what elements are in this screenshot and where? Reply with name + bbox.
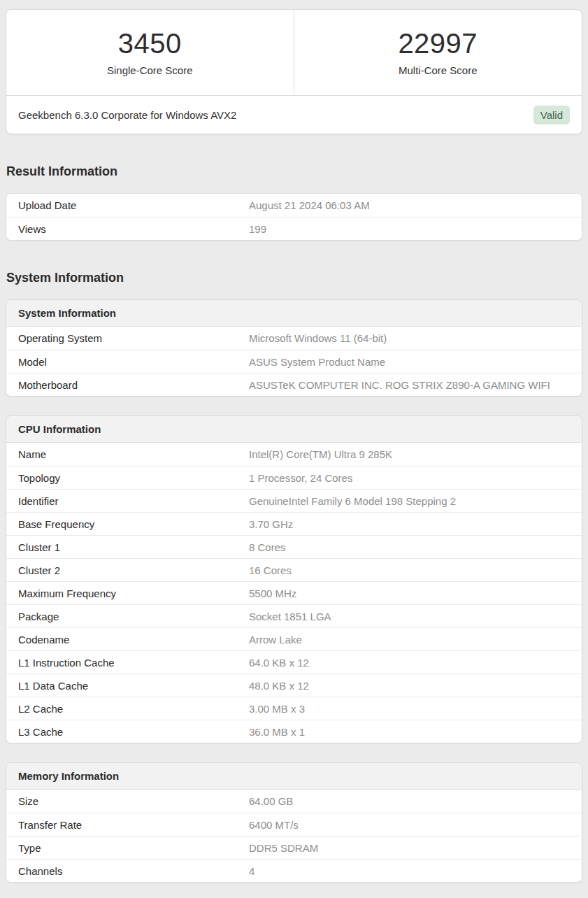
score-summary-card: 3450 Single-Core Score 22997 Multi-Core … — [6, 9, 582, 134]
row-label: L2 Cache — [18, 703, 249, 715]
row-label: Views — [18, 223, 249, 235]
cpu-information-card-title: CPU Information — [6, 416, 582, 443]
table-row: NameIntel(R) Core(TM) Ultra 9 285K — [6, 443, 582, 466]
row-label: Cluster 2 — [18, 564, 249, 576]
geekbench-result-page: 3450 Single-Core Score 22997 Multi-Core … — [0, 0, 588, 898]
table-row: Transfer Rate6400 MT/s — [6, 813, 582, 836]
row-value: 199 — [249, 223, 570, 235]
row-value: 3.70 GHz — [249, 518, 570, 530]
memory-information-table: Size64.00 GBTransfer Rate6400 MT/sTypeDD… — [6, 790, 582, 882]
row-label: Topology — [18, 472, 249, 484]
row-value: 6400 MT/s — [249, 819, 570, 831]
row-label: Upload Date — [18, 199, 249, 211]
table-row: L1 Instruction Cache64.0 KB x 12 — [6, 650, 582, 674]
row-value: 8 Cores — [249, 541, 570, 553]
table-row: L3 Cache36.0 MB x 1 — [6, 720, 582, 743]
row-label: Codename — [18, 634, 249, 646]
table-row: TypeDDR5 SDRAM — [6, 836, 582, 859]
row-value: 36.0 MB x 1 — [249, 726, 570, 738]
row-label: Base Frequency — [18, 518, 249, 530]
table-row: Operating SystemMicrosoft Windows 11 (64… — [6, 327, 582, 350]
row-label: Transfer Rate — [18, 819, 249, 831]
row-value: Microsoft Windows 11 (64-bit) — [249, 332, 570, 344]
row-label: Cluster 1 — [18, 541, 249, 553]
row-label: Operating System — [18, 332, 249, 344]
row-value: 16 Cores — [249, 564, 570, 576]
memory-information-card-title: Memory Information — [6, 763, 582, 790]
row-value: 1 Processor, 24 Cores — [249, 472, 570, 484]
row-label: Identifier — [18, 495, 249, 507]
row-value: 4 — [249, 865, 570, 877]
row-label: Size — [18, 795, 249, 807]
multi-core-score-value: 22997 — [398, 29, 478, 57]
row-value: ASUSTeK COMPUTER INC. ROG STRIX Z890-A G… — [249, 379, 570, 391]
memory-information-card: Memory Information Size64.00 GBTransfer … — [6, 762, 582, 883]
row-value: 64.0 KB x 12 — [249, 657, 570, 669]
table-row: Base Frequency3.70 GHz — [6, 512, 582, 535]
table-row: Upload DateAugust 21 2024 06:03 AM — [6, 194, 582, 217]
table-row: CodenameArrow Lake — [6, 627, 582, 650]
table-row: Maximum Frequency5500 MHz — [6, 581, 582, 604]
row-label: Channels — [18, 865, 249, 877]
table-row: PackageSocket 1851 LGA — [6, 604, 582, 627]
table-row: L2 Cache3.00 MB x 3 — [6, 697, 582, 720]
row-label: L1 Instruction Cache — [18, 657, 249, 669]
result-information-table: Upload DateAugust 21 2024 06:03 AMViews1… — [6, 194, 582, 240]
row-label: L3 Cache — [18, 726, 249, 738]
row-value: 3.00 MB x 3 — [249, 703, 570, 715]
row-value: GenuineIntel Family 6 Model 198 Stepping… — [249, 495, 570, 507]
table-row: ModelASUS System Product Name — [6, 350, 582, 373]
benchmark-version-row: Geekbench 6.3.0 Corporate for Windows AV… — [6, 95, 582, 134]
table-row: Channels4 — [6, 859, 582, 882]
row-label: Maximum Frequency — [18, 587, 249, 599]
row-value: Socket 1851 LGA — [249, 611, 570, 622]
single-core-score-value: 3450 — [118, 29, 182, 57]
score-section: 3450 Single-Core Score 22997 Multi-Core … — [6, 10, 582, 95]
system-information-card: System Information Operating SystemMicro… — [6, 299, 582, 397]
row-label: Model — [18, 356, 249, 368]
row-label: Type — [18, 842, 249, 854]
row-label: L1 Data Cache — [18, 680, 249, 692]
table-row: MotherboardASUSTeK COMPUTER INC. ROG STR… — [6, 373, 582, 396]
system-information-table: Operating SystemMicrosoft Windows 11 (64… — [6, 327, 582, 396]
row-value: 5500 MHz — [249, 587, 570, 599]
single-core-score-cell: 3450 Single-Core Score — [6, 10, 294, 95]
row-value: August 21 2024 06:03 AM — [249, 199, 570, 211]
cpu-information-table: NameIntel(R) Core(TM) Ultra 9 285KTopolo… — [6, 443, 582, 743]
system-information-heading: System Information — [6, 271, 582, 285]
table-row: IdentifierGenuineIntel Family 6 Model 19… — [6, 489, 582, 512]
table-row: Topology1 Processor, 24 Cores — [6, 466, 582, 489]
result-information-card: Upload DateAugust 21 2024 06:03 AMViews1… — [6, 193, 582, 241]
row-value: 48.0 KB x 12 — [249, 680, 570, 692]
cpu-information-card: CPU Information NameIntel(R) Core(TM) Ul… — [6, 415, 582, 743]
result-information-heading: Result Information — [6, 164, 582, 179]
table-row: Cluster 216 Cores — [6, 558, 582, 581]
row-label: Motherboard — [18, 379, 249, 391]
row-value: 64.00 GB — [249, 795, 570, 807]
table-row: Size64.00 GB — [6, 790, 582, 813]
table-row: L1 Data Cache48.0 KB x 12 — [6, 674, 582, 697]
row-value: Arrow Lake — [249, 634, 570, 646]
table-row: Views199 — [6, 217, 582, 240]
multi-core-score-label: Multi-Core Score — [399, 64, 478, 76]
row-value: ASUS System Product Name — [249, 356, 570, 368]
row-value: DDR5 SDRAM — [249, 842, 570, 854]
table-row: Cluster 18 Cores — [6, 535, 582, 558]
benchmark-version-label: Geekbench 6.3.0 Corporate for Windows AV… — [18, 109, 236, 121]
row-value: Intel(R) Core(TM) Ultra 9 285K — [249, 448, 570, 460]
multi-core-score-cell: 22997 Multi-Core Score — [294, 10, 582, 95]
row-label: Package — [18, 611, 249, 622]
valid-status-badge: Valid — [533, 106, 570, 124]
single-core-score-label: Single-Core Score — [107, 64, 193, 76]
system-information-card-title: System Information — [6, 300, 582, 327]
row-label: Name — [18, 448, 249, 460]
